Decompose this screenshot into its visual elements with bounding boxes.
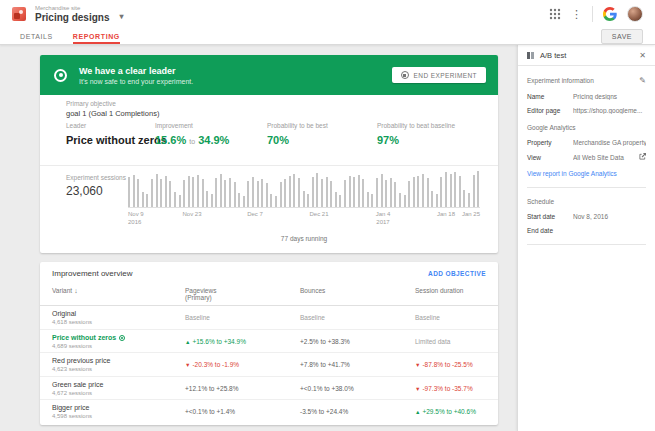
result-card: We have a clear leader It's now safe to … [40, 55, 498, 253]
divider [527, 244, 646, 245]
google-logo-icon[interactable] [603, 7, 617, 21]
session-bar [188, 176, 190, 207]
variant-sessions: 4,672 sessions [52, 390, 92, 396]
experiment-sessions-value: 23,060 [66, 184, 103, 198]
session-bar [128, 177, 130, 207]
session-bar [133, 175, 135, 207]
target-icon [54, 69, 67, 82]
experiment-sessions-label: Experiment sessions [66, 174, 126, 181]
session-bar [211, 194, 213, 207]
metric-prob-best: Probability to be best 70% [267, 122, 328, 146]
session-bar [335, 192, 337, 207]
open-in-new-icon[interactable] [639, 153, 646, 161]
session-bar [174, 192, 176, 207]
divider [527, 187, 646, 188]
column-variant[interactable]: Variant↓ [52, 287, 78, 294]
session-bar [371, 194, 373, 207]
optimize-logo-icon [12, 7, 26, 21]
session-bar [454, 172, 456, 207]
tab-reporting[interactable]: REPORTING [73, 28, 120, 44]
session-bar [202, 179, 204, 207]
experiment-title-block[interactable]: Merchandise site Pricing designs ▾ [35, 5, 123, 23]
session-bar [220, 174, 222, 207]
session-bar [280, 182, 282, 207]
session-bar [312, 177, 314, 207]
session-bar [463, 190, 465, 207]
divider [592, 6, 593, 22]
table-row: Bigger price 4,598 sessions +<0.1% to +1… [40, 400, 498, 424]
schedule-label: Schedule [527, 198, 646, 205]
google-analytics-label: Google Analytics [527, 124, 646, 131]
leader-value: Price without zeros [66, 134, 167, 146]
session-bar [137, 179, 139, 207]
table-row: Original 4,618 sessions Baseline Baselin… [40, 306, 498, 330]
session-bar [436, 194, 438, 207]
session-bar [298, 178, 300, 207]
session-bar [417, 176, 419, 207]
name-row: Name Pricing designs [527, 93, 646, 100]
session-bar [247, 181, 249, 207]
session-bar [270, 194, 272, 207]
close-icon[interactable]: ✕ [639, 51, 646, 60]
column-pageviews[interactable]: Pageviews(Primary) [185, 287, 216, 301]
tab-bar: DETAILS REPORTING SAVE [0, 28, 655, 45]
session-bar [307, 194, 309, 207]
session-bar [197, 175, 199, 207]
metric-leader: Leader Price without zeros [66, 122, 167, 146]
save-button[interactable]: SAVE [601, 29, 643, 44]
primary-objective-label: Primary objective [66, 100, 116, 107]
variant-sessions: 4,618 sessions [52, 319, 92, 325]
session-bar [390, 178, 392, 207]
variant-sessions: 4,623 sessions [52, 366, 92, 372]
add-objective-button[interactable]: ADD OBJECTIVE [428, 270, 486, 277]
session-bar [422, 174, 424, 207]
session-bar [326, 177, 328, 207]
session-bar [284, 179, 286, 207]
column-bounces[interactable]: Bounces [300, 287, 325, 294]
variant-name: Price without zeros [52, 334, 125, 341]
session-bar [252, 177, 254, 207]
panel-title: A/B test [540, 51, 566, 60]
property-row: Property Merchandise GA property [527, 139, 646, 146]
table-row: Green sale price 4,672 sessions +12.1% t… [40, 377, 498, 401]
session-bar [156, 174, 158, 207]
primary-objective-value: goal 1 (Goal 1 Completions) [66, 109, 159, 118]
session-bar [473, 175, 475, 207]
session-bar [344, 180, 346, 207]
column-session-duration[interactable]: Session duration [415, 287, 463, 294]
session-bar [367, 192, 369, 207]
edit-pencil-icon[interactable]: ✎ [639, 76, 646, 85]
user-avatar[interactable] [627, 6, 643, 22]
variant-name: Original [52, 310, 76, 317]
ab-test-panel: A/B test ✕ Experiment information ✎ Name… [517, 45, 655, 431]
end-experiment-button[interactable]: END EXPERIMENT [392, 67, 486, 83]
sort-down-icon: ↓ [74, 287, 78, 294]
arrow-down-icon: ▼ [185, 362, 190, 368]
session-bar [215, 178, 217, 207]
session-bar [238, 193, 240, 207]
leader-banner: We have a clear leader It's now safe to … [40, 55, 498, 95]
ab-test-icon [527, 52, 534, 59]
session-bar [362, 179, 364, 207]
stop-icon [401, 71, 409, 79]
apps-grid-icon[interactable] [549, 8, 561, 20]
improvement-value: 15.6% to 34.9% [155, 134, 229, 146]
session-bar [289, 176, 291, 207]
session-bar [477, 171, 479, 207]
session-bar [206, 191, 208, 207]
metric-prob-baseline: Probability to beat baseline 97% [377, 122, 455, 146]
tab-details[interactable]: DETAILS [20, 28, 53, 44]
table-title: Improvement overview [52, 269, 132, 278]
app-bar: Merchandise site Pricing designs ▾ ⋮ [0, 0, 655, 28]
arrow-down-icon: ▼ [415, 386, 420, 392]
session-bar [404, 195, 406, 207]
variant-name: Green sale price [52, 381, 103, 388]
session-bar [376, 178, 378, 207]
session-bar [353, 177, 355, 207]
experiment-information-label: Experiment information ✎ [527, 76, 646, 85]
view-report-link[interactable]: View report in Google Analytics [527, 170, 646, 177]
session-bar [234, 182, 236, 207]
more-vert-icon[interactable]: ⋮ [571, 9, 582, 20]
session-bar [385, 180, 387, 207]
chevron-down-icon[interactable]: ▾ [119, 13, 123, 22]
